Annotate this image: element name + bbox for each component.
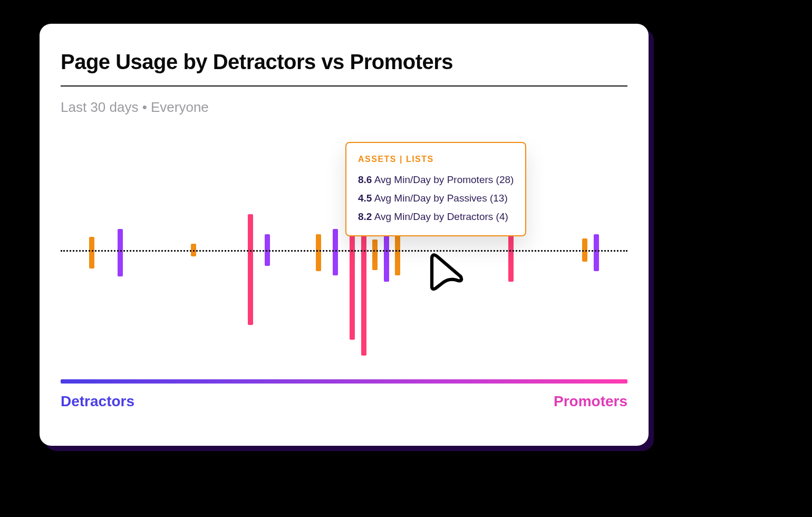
- chart-bar[interactable]: [333, 229, 338, 275]
- chart-plot-area[interactable]: ASSETS | LISTS 8.6 Avg Min/Day by Promot…: [61, 131, 627, 369]
- chart-bar[interactable]: [89, 237, 94, 269]
- tooltip-value: 8.6: [358, 174, 372, 185]
- tooltip-row: 4.5 Avg Min/Day by Passives (13): [358, 189, 514, 207]
- chart-bar[interactable]: [118, 229, 123, 276]
- axis-gradient-bar: [61, 379, 627, 384]
- tooltip-label: Avg Min/Day by Promoters (28): [374, 174, 514, 185]
- baseline-line: [61, 250, 627, 252]
- tooltip-title: ASSETS | LISTS: [358, 151, 514, 167]
- tooltip-row: 8.2 Avg Min/Day by Detractors (4): [358, 207, 514, 226]
- axis-label-detractors: Detractors: [61, 393, 134, 410]
- chart-bar[interactable]: [594, 234, 599, 271]
- chart-title: Page Usage by Detractors vs Promoters: [61, 50, 627, 74]
- tooltip-value: 8.2: [358, 211, 372, 222]
- chart-subtitle: Last 30 days • Everyone: [61, 99, 627, 116]
- axis-labels: Detractors Promoters: [61, 393, 627, 410]
- chart-tooltip: ASSETS | LISTS 8.6 Avg Min/Day by Promot…: [345, 142, 526, 236]
- tooltip-row: 8.6 Avg Min/Day by Promoters (28): [358, 170, 514, 189]
- tooltip-label: Avg Min/Day by Passives (13): [374, 193, 508, 204]
- chart-bar[interactable]: [372, 240, 378, 270]
- chart-bar[interactable]: [316, 234, 321, 271]
- chart-card: Page Usage by Detractors vs Promoters La…: [40, 24, 649, 446]
- tooltip-value: 4.5: [358, 193, 372, 204]
- cursor-icon: [424, 253, 466, 294]
- chart-bar[interactable]: [248, 214, 253, 325]
- tooltip-label: Avg Min/Day by Detractors (4): [374, 211, 508, 222]
- title-divider: [61, 85, 627, 87]
- axis-label-promoters: Promoters: [554, 393, 627, 410]
